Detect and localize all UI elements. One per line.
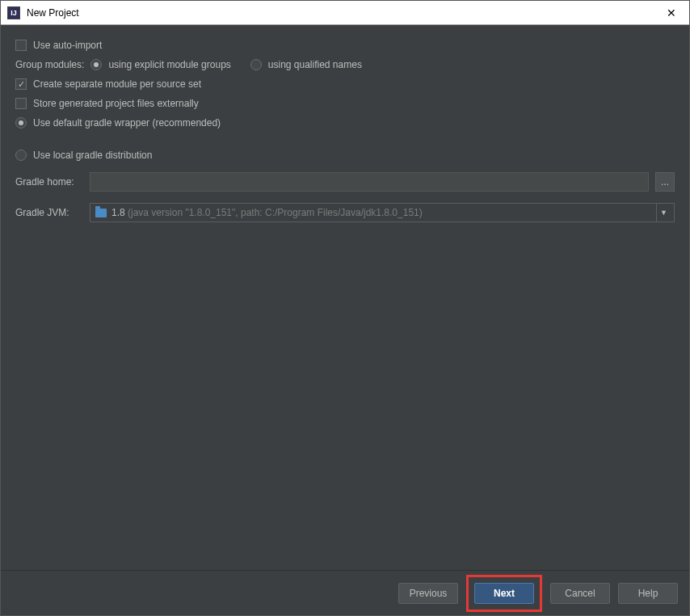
- gradle-jvm-value: 1.8 (java version "1.8.0_151", path: C:/…: [111, 207, 651, 218]
- store-external-label: Store generated project files externally: [33, 98, 199, 109]
- app-icon: IJ: [7, 6, 20, 19]
- gradle-jvm-row: Gradle JVM: 1.8 (java version "1.8.0_151…: [15, 203, 675, 222]
- local-dist-row[interactable]: Use local gradle distribution: [15, 150, 675, 161]
- gradle-home-input[interactable]: [90, 172, 649, 192]
- gradle-jvm-combo[interactable]: 1.8 (java version "1.8.0_151", path: C:/…: [90, 203, 675, 222]
- gradle-home-browse-button[interactable]: ...: [655, 172, 675, 192]
- separate-module-row[interactable]: Create separate module per source set: [15, 78, 675, 90]
- store-external-row[interactable]: Store generated project files externally: [15, 98, 675, 109]
- dialog-footer: Previous Next Cancel Help: [1, 570, 689, 615]
- previous-button[interactable]: Previous: [398, 583, 458, 604]
- group-qualified-radio[interactable]: [250, 59, 262, 70]
- default-wrapper-row[interactable]: Use default gradle wrapper (recommended): [15, 117, 675, 129]
- help-button[interactable]: Help: [618, 583, 678, 604]
- separate-module-label: Create separate module per source set: [33, 78, 201, 90]
- default-wrapper-radio[interactable]: [15, 117, 27, 129]
- store-external-checkbox[interactable]: [15, 98, 27, 109]
- group-qualified-label: using qualified names: [268, 59, 362, 70]
- auto-import-row[interactable]: Use auto-import: [15, 40, 675, 51]
- auto-import-checkbox[interactable]: [15, 40, 27, 51]
- new-project-dialog: IJ New Project ✕ Use auto-import Group m…: [0, 0, 690, 616]
- local-dist-label: Use local gradle distribution: [33, 150, 152, 161]
- local-dist-radio[interactable]: [15, 150, 27, 161]
- group-modules-label: Group modules:: [15, 59, 84, 70]
- gradle-jvm-label: Gradle JVM:: [15, 207, 83, 218]
- group-explicit-radio[interactable]: [90, 59, 102, 70]
- close-icon[interactable]: ✕: [660, 6, 683, 19]
- chevron-down-icon[interactable]: ▼: [656, 204, 671, 222]
- next-highlight: Next: [466, 575, 542, 612]
- auto-import-label: Use auto-import: [33, 40, 102, 51]
- folder-icon: [95, 209, 107, 217]
- next-button[interactable]: Next: [474, 583, 534, 604]
- group-explicit-label: using explicit module groups: [108, 59, 230, 70]
- dialog-content: Use auto-import Group modules: using exp…: [1, 25, 689, 570]
- gradle-home-row: Gradle home: ...: [15, 172, 675, 192]
- group-modules-row: Group modules: using explicit module gro…: [15, 59, 675, 70]
- titlebar: IJ New Project ✕: [1, 1, 689, 25]
- default-wrapper-label: Use default gradle wrapper (recommended): [33, 117, 221, 129]
- cancel-button[interactable]: Cancel: [550, 583, 610, 604]
- window-title: New Project: [27, 7, 660, 19]
- separate-module-checkbox[interactable]: [15, 78, 27, 90]
- gradle-home-label: Gradle home:: [15, 176, 83, 188]
